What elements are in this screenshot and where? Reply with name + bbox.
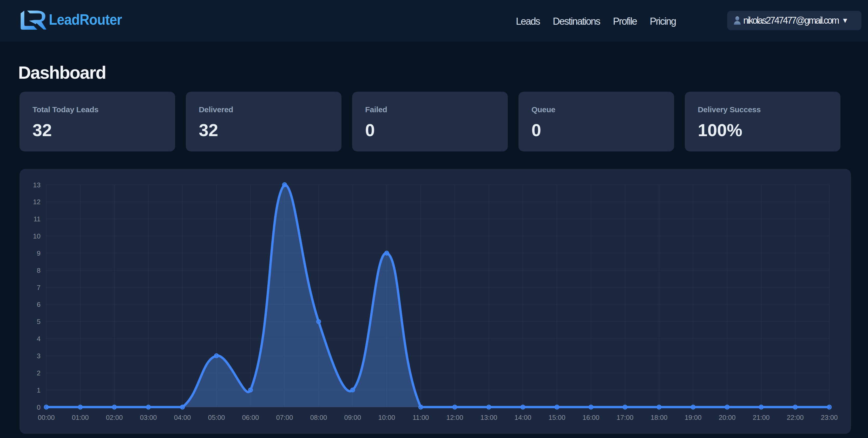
svg-text:15:00: 15:00 — [548, 414, 565, 421]
svg-text:06:00: 06:00 — [242, 414, 259, 421]
svg-text:05:00: 05:00 — [208, 414, 225, 421]
svg-text:9: 9 — [37, 249, 40, 257]
svg-text:07:00: 07:00 — [276, 414, 293, 421]
svg-text:0: 0 — [37, 403, 40, 411]
svg-text:13: 13 — [33, 181, 40, 189]
svg-text:22:00: 22:00 — [787, 414, 804, 421]
svg-text:20:00: 20:00 — [719, 414, 736, 421]
svg-text:6: 6 — [37, 301, 40, 308]
svg-text:21:00: 21:00 — [753, 414, 770, 421]
svg-text:14:00: 14:00 — [514, 414, 531, 421]
svg-text:09:00: 09:00 — [344, 414, 361, 421]
svg-text:19:00: 19:00 — [684, 414, 702, 421]
svg-text:16:00: 16:00 — [582, 414, 599, 421]
svg-text:10:00: 10:00 — [378, 414, 395, 421]
svg-text:1: 1 — [37, 386, 40, 394]
svg-text:4: 4 — [37, 335, 40, 343]
svg-text:7: 7 — [37, 284, 40, 291]
svg-text:02:00: 02:00 — [106, 414, 123, 421]
svg-text:08:00: 08:00 — [310, 414, 327, 421]
svg-text:11:00: 11:00 — [412, 414, 429, 421]
svg-text:00:00: 00:00 — [38, 414, 55, 421]
svg-text:11: 11 — [33, 215, 40, 223]
svg-text:12:00: 12:00 — [446, 414, 463, 421]
svg-text:8: 8 — [37, 267, 40, 274]
svg-text:03:00: 03:00 — [140, 414, 157, 421]
svg-text:10: 10 — [33, 232, 40, 240]
svg-text:04:00: 04:00 — [174, 414, 191, 421]
svg-text:12: 12 — [33, 198, 40, 206]
svg-text:3: 3 — [37, 352, 40, 360]
svg-text:18:00: 18:00 — [650, 414, 668, 421]
svg-text:23:00: 23:00 — [821, 414, 838, 421]
svg-text:01:00: 01:00 — [72, 414, 89, 421]
svg-text:2: 2 — [37, 369, 40, 377]
svg-text:17:00: 17:00 — [616, 414, 633, 421]
svg-text:13:00: 13:00 — [480, 414, 497, 421]
svg-text:5: 5 — [37, 318, 40, 325]
